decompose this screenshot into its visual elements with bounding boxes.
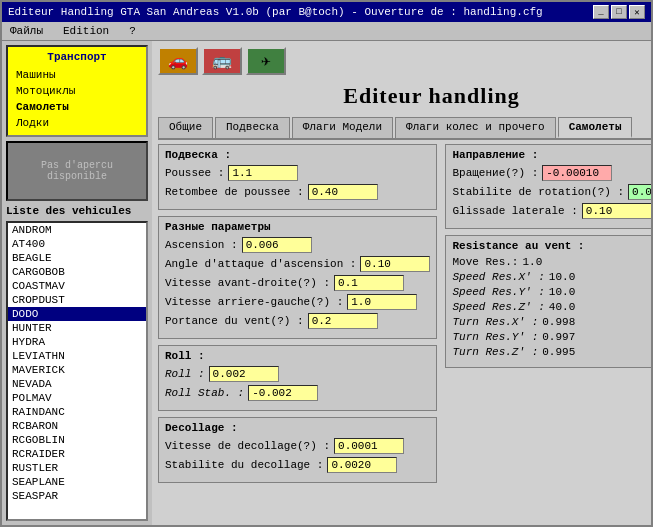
field-retombee: Retombee de poussee : [165,184,430,200]
roll-label: Roll : [165,368,205,380]
car-icon: 🚗 [168,51,188,71]
roll-stab-input[interactable] [248,385,318,401]
field-vitesse-av: Vitesse avant-droite(?) : [165,275,430,291]
vrashenie-input[interactable] [542,165,612,181]
poussee-label: Poussee : [165,167,224,179]
vehicle-list-label: Liste des vehicules [6,205,148,217]
app-title: Editeur handling [158,83,651,109]
field-vitesse-decollage: Vitesse de decollage(?) : [165,438,430,454]
field-vitesse-arr: Vitesse arriere-gauche(?) : [165,294,430,310]
vitesse-decollage-input[interactable] [334,438,404,454]
vehicle-SEASPAR[interactable]: SEASPAR [8,489,146,503]
content-area: Транспорт Машины Мотоциклы Самолеты Лодк… [2,41,651,525]
turn-res-y-label: Turn Res.Y' : [452,331,538,343]
car-icon-button[interactable]: 🚗 [158,47,198,75]
speed-res-y-value: 10.0 [549,286,575,298]
turn-res-x-value: 0.998 [542,316,575,328]
field-speed-res-y: Speed Res.Y' : 10.0 [452,286,651,298]
roll-input[interactable] [209,366,279,382]
close-button[interactable]: ✕ [629,5,645,19]
bus-icon: 🚌 [212,51,232,71]
tab-flags-model[interactable]: Флаги Модели [292,117,393,138]
field-move-res: Move Res.: 1.0 [452,256,651,268]
menu-files[interactable]: Файлы [6,24,47,38]
field-glissade: Glissade laterale : [452,203,651,219]
tab-obschie[interactable]: Общие [158,117,213,138]
tab-samolety[interactable]: Самолеты [558,117,633,138]
vehicle-RCBARON[interactable]: RCBARON [8,419,146,433]
icons-row: 🚗 🚌 ✈ [158,47,286,75]
plane-icon-button[interactable]: ✈ [246,47,286,75]
ascension-label: Ascension : [165,239,238,251]
field-turn-res-z: Turn Res.Z' : 0.995 [452,346,651,358]
field-speed-res-x: Speed Res.X' : 10.0 [452,271,651,283]
field-stabilite-decollage: Stabilite du decollage : [165,457,430,473]
bus-icon-button[interactable]: 🚌 [202,47,242,75]
speed-res-y-label: Speed Res.Y' : [452,286,544,298]
vehicle-RUSTLER[interactable]: RUSTLER [8,461,146,475]
tabs-row: Общие Подвеска Флаги Модели Флаги колес … [158,117,651,140]
ascension-input[interactable] [242,237,312,253]
roll-title: Roll : [165,350,430,362]
transport-item-cars[interactable]: Машины [12,67,142,83]
vehicle-COASTMAV[interactable]: COASTMAV [8,279,146,293]
right-column: Направление : Вращение(?) : Stabilite de… [445,144,651,519]
resistance-title: Resistance au vent : [452,240,651,252]
move-res-value: 1.0 [522,256,542,268]
no-preview-text: Pas d'apercu disponible [12,160,142,182]
vehicle-MAVERICK[interactable]: MAVERICK [8,363,146,377]
vitesse-av-label: Vitesse avant-droite(?) : [165,277,330,289]
vehicle-NEVADA[interactable]: NEVADA [8,377,146,391]
transport-item-motos[interactable]: Мотоциклы [12,83,142,99]
tab-flags-wheels[interactable]: Флаги колес и прочего [395,117,556,138]
vehicle-list[interactable]: ANDROM AT400 BEAGLE CARGOBOB COASTMAV CR… [6,221,148,521]
stabilite-rotation-input[interactable] [628,184,651,200]
transport-item-planes[interactable]: Самолеты [12,99,142,115]
field-turn-res-x: Turn Res.X' : 0.998 [452,316,651,328]
podveska-title: Подвеска : [165,149,430,161]
vehicle-BEAGLE[interactable]: BEAGLE [8,251,146,265]
tab-podveska[interactable]: Подвеска [215,117,290,138]
poussee-input[interactable] [228,165,298,181]
turn-res-y-value: 0.997 [542,331,575,343]
napravlenie-title: Направление : [452,149,651,161]
vehicle-ANDROM[interactable]: ANDROM [8,223,146,237]
vehicle-RAINDANC[interactable]: RAINDANC [8,405,146,419]
vehicle-CROPDUST[interactable]: CROPDUST [8,293,146,307]
vehicle-SEAPLANE[interactable]: SEAPLANE [8,475,146,489]
vehicle-AT400[interactable]: AT400 [8,237,146,251]
menu-edition[interactable]: Edition [59,24,113,38]
field-angle: Angle d'attaque d'ascension : [165,256,430,272]
vehicle-RCGOBLIN[interactable]: RCGOBLIN [8,433,146,447]
decollage-title: Decollage : [165,422,430,434]
minimize-button[interactable]: _ [593,5,609,19]
stabilite-decollage-input[interactable] [327,457,397,473]
roll-stab-label: Roll Stab. : [165,387,244,399]
speed-res-x-label: Speed Res.X' : [452,271,544,283]
retombee-input[interactable] [308,184,378,200]
title-bar: Editeur Handling GTA San Andreas V1.0b (… [2,2,651,22]
vehicle-HYDRA[interactable]: HYDRA [8,335,146,349]
window-title: Editeur Handling GTA San Andreas V1.0b (… [8,6,543,18]
vitesse-arr-input[interactable] [347,294,417,310]
angle-input[interactable] [360,256,430,272]
vehicle-RCRAIDER[interactable]: RCRAIDER [8,447,146,461]
menu-help[interactable]: ? [125,24,140,38]
turn-res-z-value: 0.995 [542,346,575,358]
vitesse-av-input[interactable] [334,275,404,291]
vehicle-LEVIATHN[interactable]: LEVIATHN [8,349,146,363]
transport-box: Транспорт Машины Мотоциклы Самолеты Лодк… [6,45,148,137]
maximize-button[interactable]: □ [611,5,627,19]
stabilite-decollage-label: Stabilite du decollage : [165,459,323,471]
portance-input[interactable] [308,313,378,329]
vehicle-HUNTER[interactable]: HUNTER [8,321,146,335]
vitesse-decollage-label: Vitesse de decollage(?) : [165,440,330,452]
vehicle-CARGOBOB[interactable]: CARGOBOB [8,265,146,279]
field-poussee: Poussee : [165,165,430,181]
no-preview: Pas d'apercu disponible [6,141,148,201]
header-top: 🚗 🚌 ✈ ✖ [158,47,651,79]
vehicle-DODO[interactable]: DODO [8,307,146,321]
vehicle-POLMAV[interactable]: POLMAV [8,391,146,405]
transport-item-boats[interactable]: Лодки [12,115,142,131]
glissade-input[interactable] [582,203,651,219]
